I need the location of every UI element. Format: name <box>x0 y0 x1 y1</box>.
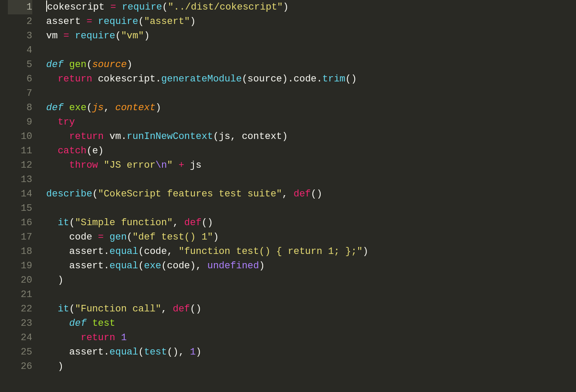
token-punc: ) <box>58 361 63 372</box>
token-ident: context <box>242 131 282 142</box>
code-line[interactable]: def exe(js, context) <box>46 101 576 115</box>
code-line[interactable]: describe("CokeScript features test suite… <box>46 187 576 201</box>
code-editor[interactable]: 1234567891011121314151617181920212223242… <box>0 0 576 392</box>
token-ident <box>173 160 178 171</box>
code-line[interactable]: it("Simple function", def() <box>46 216 576 230</box>
line-number: 22 <box>8 302 32 316</box>
token-op: = <box>110 2 116 13</box>
token-func: exe <box>69 102 87 113</box>
code-line[interactable]: return 1 <box>46 331 576 345</box>
line-number: 8 <box>8 101 32 115</box>
token-call: generateModule <box>161 74 242 84</box>
line-number: 13 <box>8 172 32 187</box>
token-def: def <box>46 102 69 113</box>
token-ident <box>46 275 58 286</box>
code-line[interactable] <box>46 201 576 216</box>
token-punc: , <box>161 304 173 314</box>
code-line[interactable]: vm = require("vm") <box>46 29 576 43</box>
token-punc: ( <box>92 189 98 199</box>
line-number: 19 <box>8 259 32 273</box>
code-line[interactable]: it("Function call", def() <box>46 302 576 316</box>
token-ident <box>46 160 69 171</box>
code-line[interactable]: def test <box>46 316 576 331</box>
token-str: "Function call" <box>75 304 161 314</box>
token-str: "CokeScript features test suite" <box>98 189 282 199</box>
code-line[interactable]: catch(e) <box>46 144 576 158</box>
token-esc: \n <box>156 160 167 171</box>
code-line[interactable]: assert.equal(code, "function test() { re… <box>46 244 576 259</box>
code-line[interactable]: cokescript = require("../dist/cokescript… <box>46 0 576 14</box>
code-line[interactable]: assert = require("assert") <box>46 14 576 29</box>
token-punc: , <box>104 102 115 113</box>
token-op: = <box>98 232 104 243</box>
token-punc: ( <box>115 30 121 41</box>
token-ident <box>115 332 121 343</box>
token-call: require <box>98 16 138 27</box>
token-punc: () <box>346 74 357 84</box>
token-punc: , <box>173 217 184 228</box>
token-ident <box>46 74 58 84</box>
code-line[interactable] <box>46 287 576 302</box>
token-ident: cokescript. <box>92 74 161 84</box>
token-ident <box>46 318 69 329</box>
line-number: 3 <box>8 29 32 43</box>
token-punc: ) <box>259 260 265 271</box>
token-kw: def <box>173 304 190 314</box>
token-ident <box>92 16 98 27</box>
code-line[interactable] <box>46 86 576 101</box>
line-number: 17 <box>8 230 32 244</box>
code-line[interactable]: try <box>46 115 576 129</box>
token-num: 1 <box>121 332 127 343</box>
token-punc: ) <box>144 30 149 41</box>
token-ident: assert. <box>46 260 109 271</box>
code-line[interactable]: code = gen("def test() 1") <box>46 230 576 244</box>
token-str: "JS error <box>104 160 156 171</box>
token-kw: throw <box>69 160 98 171</box>
token-ident: js <box>184 160 202 171</box>
token-kw: return <box>69 131 104 142</box>
token-punc: , <box>230 131 242 142</box>
line-number: 23 <box>8 316 32 331</box>
token-punc: ( <box>138 246 144 257</box>
code-line[interactable]: throw "JS error\n" + js <box>46 158 576 172</box>
code-line[interactable] <box>46 43 576 57</box>
code-line[interactable]: ) <box>46 359 576 374</box>
line-number: 1 <box>8 0 32 14</box>
code-line[interactable]: assert.equal(exe(code), undefined) <box>46 259 576 273</box>
token-punc: ( <box>86 102 92 113</box>
token-ident: cokescript <box>47 2 110 13</box>
line-number: 20 <box>8 273 32 287</box>
token-str: "vm" <box>121 30 144 41</box>
code-line[interactable]: def gen(source) <box>46 57 576 72</box>
line-number: 15 <box>8 201 32 216</box>
token-call: trim <box>322 74 346 84</box>
line-number: 18 <box>8 244 32 259</box>
token-kw: try <box>58 117 75 128</box>
token-ident: assert <box>46 16 86 27</box>
line-number: 14 <box>8 187 32 201</box>
code-content[interactable]: cokescript = require("../dist/cokescript… <box>38 0 576 392</box>
token-punc: ( <box>127 232 132 243</box>
code-line[interactable]: ) <box>46 273 576 287</box>
token-punc: ) <box>156 102 161 113</box>
line-number-gutter: 1234567891011121314151617181920212223242… <box>0 0 38 392</box>
code-line[interactable]: return cokescript.generateModule(source)… <box>46 72 576 86</box>
token-kw: catch <box>58 145 86 156</box>
line-number: 7 <box>8 86 32 101</box>
token-kw: def <box>184 217 202 228</box>
token-ident <box>46 145 58 156</box>
token-ident <box>104 232 109 243</box>
token-punc: ( <box>242 74 247 84</box>
token-call: gen <box>109 232 127 243</box>
token-punc: ( <box>138 260 144 271</box>
code-line[interactable]: assert.equal(test(), 1) <box>46 345 576 359</box>
token-func: test <box>92 318 115 329</box>
token-call: it <box>58 304 69 314</box>
code-line[interactable] <box>46 172 576 187</box>
token-call: exe <box>144 260 161 271</box>
token-str: " <box>167 160 173 171</box>
token-param: js <box>92 102 104 113</box>
token-call: test <box>144 347 167 358</box>
token-punc: ) <box>127 59 132 70</box>
code-line[interactable]: return vm.runInNewContext(js, context) <box>46 129 576 144</box>
